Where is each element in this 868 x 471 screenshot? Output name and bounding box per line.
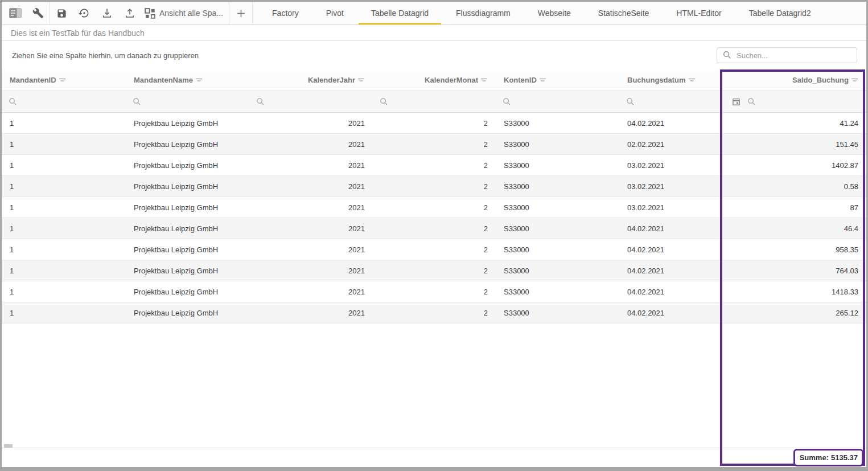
column-header-konten_id[interactable]: KontenID xyxy=(496,69,619,91)
cell-mandanten_id: 1 xyxy=(2,302,126,323)
view-all-columns-button[interactable]: Ansicht alle Spa... xyxy=(141,2,229,24)
save-icon[interactable] xyxy=(50,2,73,24)
view-layout-icon xyxy=(145,8,155,19)
grid-filter-row xyxy=(2,91,866,113)
cell-kalender_jahr: 2021 xyxy=(249,218,373,239)
column-header-saldo_buchung[interactable]: Saldo_Buchung xyxy=(722,69,866,91)
table-row[interactable]: 1Projektbau Leipzig GmbH20212S3300004.02… xyxy=(2,260,866,281)
cell-kalender_monat: 2 xyxy=(373,155,496,175)
tab-tabelle-datagrid2[interactable]: Tabelle Datagrid2 xyxy=(735,2,825,24)
filter-cell-buchungsdatum[interactable] xyxy=(619,91,722,112)
header-filter-icon[interactable] xyxy=(688,77,696,83)
wrench-icon[interactable] xyxy=(27,2,50,24)
search-icon[interactable] xyxy=(133,97,141,106)
filter-cell-konten_id[interactable] xyxy=(496,91,619,112)
app-window: Ansicht alle Spa... FactoryPivotTabelle … xyxy=(0,0,868,471)
tab-pivot[interactable]: Pivot xyxy=(312,2,357,24)
cell-buchungsdatum: 04.02.2021 xyxy=(619,281,722,302)
header-filter-icon[interactable] xyxy=(539,77,546,83)
panel-toggle-icon[interactable] xyxy=(4,2,27,24)
table-row[interactable]: 1Projektbau Leipzig GmbH20212S3300004.02… xyxy=(2,218,866,239)
filter-cell-kalender_monat[interactable] xyxy=(373,91,496,112)
table-row[interactable]: 1Projektbau Leipzig GmbH20212S3300004.02… xyxy=(2,239,866,260)
upload-icon[interactable] xyxy=(118,2,141,24)
column-header-kalender_monat[interactable]: KalenderMonat xyxy=(373,69,496,91)
column-header-kalender_jahr[interactable]: KalenderJahr xyxy=(249,69,373,91)
cell-buchungsdatum: 03.02.2021 xyxy=(619,155,722,175)
header-filter-icon[interactable] xyxy=(357,77,365,83)
sum-value: 5135.37 xyxy=(831,453,858,462)
add-tab-icon[interactable] xyxy=(229,2,252,24)
header-filter-icon[interactable] xyxy=(851,77,858,83)
table-row[interactable]: 1Projektbau Leipzig GmbH20212S3300004.02… xyxy=(2,281,866,302)
tab-description-text: Dies ist ein TestTab für das Handbuch xyxy=(11,28,145,38)
saldo-sum-badge: Summe: 5135.37 xyxy=(793,449,863,466)
header-filter-icon[interactable] xyxy=(195,77,203,83)
column-label: KalenderJahr xyxy=(308,76,355,84)
cell-mandanten_name: Projektbau Leipzig GmbH xyxy=(126,218,249,239)
header-filter-icon[interactable] xyxy=(480,77,488,83)
tab-tabelle-datagrid[interactable]: Tabelle Datagrid xyxy=(357,2,442,24)
filter-cell-mandanten_name[interactable] xyxy=(126,91,249,112)
cell-konten_id: S33000 xyxy=(496,239,619,260)
tab-html-editor[interactable]: HTML-Editor xyxy=(663,2,735,24)
group-panel: Ziehen Sie eine Spalte hierhin, um danac… xyxy=(2,41,866,69)
download-icon[interactable] xyxy=(96,2,118,24)
grid-header-row: MandantenIDMandantenNameKalenderJahrKale… xyxy=(2,69,866,91)
restore-icon[interactable] xyxy=(73,2,96,24)
tab-factory[interactable]: Factory xyxy=(258,2,312,24)
tab-bar: FactoryPivotTabelle DatagridFlussdiagram… xyxy=(258,2,825,24)
cell-kalender_monat: 2 xyxy=(373,281,496,302)
column-header-mandanten_id[interactable]: MandantenID xyxy=(2,69,126,91)
search-icon[interactable] xyxy=(626,97,635,106)
cell-kalender_monat: 2 xyxy=(373,302,496,323)
cell-mandanten_id: 1 xyxy=(2,113,126,133)
filter-cell-kalender_jahr[interactable] xyxy=(249,91,373,112)
cell-kalender_jahr: 2021 xyxy=(249,113,373,133)
cell-mandanten_name: Projektbau Leipzig GmbH xyxy=(126,176,249,196)
cell-mandanten_id: 1 xyxy=(2,260,126,281)
column-header-buchungsdatum[interactable]: Buchungsdatum xyxy=(619,69,722,91)
cell-saldo_buchung: 41.24 xyxy=(722,113,866,133)
column-label: Saldo_Buchung xyxy=(792,76,849,84)
column-label: KalenderMonat xyxy=(425,76,478,84)
cell-kalender_jahr: 2021 xyxy=(249,260,373,281)
tab-webseite[interactable]: Webseite xyxy=(524,2,585,24)
table-row[interactable]: 1Projektbau Leipzig GmbH20212S3300003.02… xyxy=(2,176,866,197)
cell-saldo_buchung: 1402.87 xyxy=(722,155,866,175)
cell-kalender_monat: 2 xyxy=(373,218,496,239)
calendar-icon[interactable] xyxy=(732,97,741,106)
table-row[interactable]: 1Projektbau Leipzig GmbH20212S3300003.02… xyxy=(2,155,866,176)
filter-cell-saldo_buchung[interactable] xyxy=(722,91,866,112)
cell-konten_id: S33000 xyxy=(496,155,619,175)
header-filter-icon[interactable] xyxy=(59,77,66,83)
tab-flussdiagramm[interactable]: Flussdiagramm xyxy=(442,2,524,24)
cell-mandanten_id: 1 xyxy=(2,176,126,196)
cell-buchungsdatum: 04.02.2021 xyxy=(619,260,722,281)
table-row[interactable]: 1Projektbau Leipzig GmbH20212S3300004.02… xyxy=(2,302,866,323)
filter-cell-mandanten_id[interactable] xyxy=(2,91,126,112)
cell-saldo_buchung: 0.58 xyxy=(722,176,866,196)
table-row[interactable]: 1Projektbau Leipzig GmbH20212S3300003.02… xyxy=(2,197,866,218)
column-label: Buchungsdatum xyxy=(627,76,686,84)
column-label: KontenID xyxy=(504,76,537,84)
horizontal-scrollbar-thumb[interactable] xyxy=(4,444,13,448)
search-icon[interactable] xyxy=(747,97,756,106)
cell-mandanten_id: 1 xyxy=(2,197,126,218)
search-icon[interactable] xyxy=(380,97,388,106)
cell-mandanten_name: Projektbau Leipzig GmbH xyxy=(126,134,249,154)
cell-kalender_jahr: 2021 xyxy=(249,281,373,302)
search-icon[interactable] xyxy=(9,97,17,106)
column-label: MandantenID xyxy=(10,76,56,84)
search-icon[interactable] xyxy=(256,97,265,106)
tab-statischeseite[interactable]: StatischeSeite xyxy=(585,2,663,24)
table-row[interactable]: 1Projektbau Leipzig GmbH20212S3300004.02… xyxy=(2,113,866,134)
cell-saldo_buchung: 265.12 xyxy=(722,302,866,323)
table-row[interactable]: 1Projektbau Leipzig GmbH20212S3300002.02… xyxy=(2,134,866,155)
search-input[interactable] xyxy=(717,47,857,63)
sum-label: Summe: xyxy=(800,453,829,462)
search-icon[interactable] xyxy=(503,97,511,106)
cell-buchungsdatum: 04.02.2021 xyxy=(619,113,722,133)
column-header-mandanten_name[interactable]: MandantenName xyxy=(126,69,249,91)
cell-konten_id: S33000 xyxy=(496,218,619,239)
